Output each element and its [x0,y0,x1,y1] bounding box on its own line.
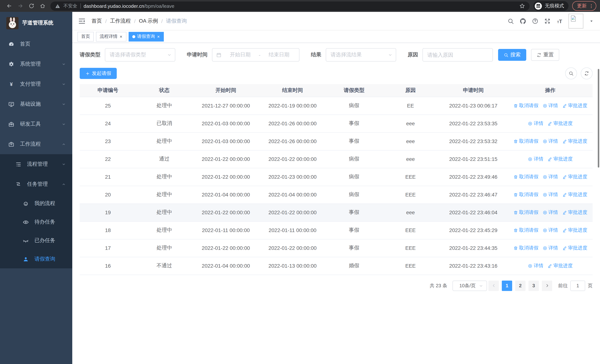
date-end-placeholder: 结束日期 [263,52,295,58]
reset-button[interactable]: 重置 [531,49,559,61]
breadcrumb-oa-example[interactable]: OA 示例 [139,18,158,24]
user-menu-caret-icon[interactable] [589,18,594,24]
browser-menu-icon[interactable] [589,3,594,9]
detail-leave-link[interactable]: 详情 [528,262,544,269]
table-row: 18处理中2022-01-11 00:00:002022-01-11 00:00… [80,221,593,239]
address-bar[interactable]: 不安全 dashboard.yudao.iocoder.cn/bpm/oa/le… [50,1,530,10]
sidebar-item-done-tasks[interactable]: 已办任务 [0,231,72,250]
tab-home[interactable]: 首页 [77,32,94,41]
header-search-icon[interactable] [507,18,514,24]
breadcrumb-home[interactable]: 首页 [92,18,102,24]
page-size-select[interactable]: 10条/页 [452,280,487,291]
sidebar-item-my-process[interactable]: 我的流程 [0,194,72,213]
cancel-leave-link[interactable]: 取消请假 [513,173,538,180]
page-3-button[interactable]: 3 [528,280,539,291]
detail-leave-link[interactable]: 详情 [528,120,544,127]
scrollbar-thumb[interactable] [598,69,599,168]
progress-leave-link[interactable]: 审批进度 [548,156,573,162]
tab-leave-query[interactable]: 请假查询 [129,32,164,41]
detail-leave-link[interactable]: 详情 [543,138,558,145]
detail-leave-link[interactable]: 详情 [528,156,544,162]
sidebar-item-infrastructure[interactable]: 基础设施 [0,94,72,114]
sidebar-item-task-mgmt[interactable]: 任务管理 [0,174,72,194]
cell-actions: 取消请假详情审批进度 [508,239,593,257]
browser-update-button[interactable]: 更新 [572,1,596,11]
apply-time-range-picker[interactable]: 开始日期 - 结束日期 [212,48,300,62]
detail-leave-link[interactable]: 详情 [543,102,558,109]
close-icon[interactable] [119,34,123,39]
browser-back-icon[interactable] [6,3,12,9]
search-button[interactable]: 搜索 [498,49,526,61]
cell-apply-time: 2022-01-22 23:46:04 [439,204,508,221]
close-icon[interactable] [157,34,160,39]
sidebar-item-workflow[interactable]: 工作流程 [0,134,72,154]
sidebar-item-process-mgmt[interactable]: 流程管理 [0,154,72,174]
app-title: 芋道管理系统 [22,20,53,26]
sidebar-item-system[interactable]: 系统管理 [0,54,72,74]
sidebar-item-home[interactable]: 首页 [0,34,72,54]
detail-leave-link[interactable]: 详情 [543,245,558,251]
action-label: 取消请假 [519,245,538,251]
progress-leave-link[interactable]: 审批进度 [562,209,587,216]
edit-icon [562,174,567,179]
cancel-leave-link[interactable]: 取消请假 [513,227,538,233]
progress-leave-link[interactable]: 审批进度 [548,262,573,269]
sidebar-item-payment[interactable]: ¥支付管理 [0,74,72,94]
progress-leave-link[interactable]: 审批进度 [562,173,587,180]
cancel-leave-link[interactable]: 取消请假 [513,245,538,251]
cancel-leave-link[interactable]: 取消请假 [513,138,538,145]
detail-leave-link[interactable]: 详情 [543,191,558,198]
detail-leave-link[interactable]: 详情 [543,209,558,216]
progress-leave-link[interactable]: 审批进度 [562,227,587,233]
refresh-table-button[interactable] [581,67,593,79]
page-2-button[interactable]: 2 [515,280,525,291]
font-size-icon[interactable]: TT [556,18,563,24]
browser-forward-icon[interactable] [18,3,23,9]
tab-process-detail[interactable]: 流程详情 [96,32,126,41]
fullscreen-icon[interactable] [544,18,551,24]
sidebar-item-leave-query[interactable]: 请假查询 [0,250,72,268]
not-secure-warning-icon[interactable] [55,3,60,9]
breadcrumb-workflow[interactable]: 工作流程 [110,18,131,24]
detail-leave-link[interactable]: 详情 [543,227,558,233]
action-label: 详情 [548,102,558,109]
page-1-button[interactable]: 1 [502,280,512,291]
sidebar-logo[interactable]: 芋道管理系统 [0,12,72,34]
cell-start-time: 2022-01-22 00:00:00 [193,239,259,257]
user-avatar[interactable] [569,14,583,28]
bookmark-star-icon[interactable] [519,3,525,9]
result-select[interactable]: 请选择流结果 [326,48,396,62]
chevron-left-icon [491,283,496,288]
progress-leave-link[interactable]: 审批进度 [562,102,587,109]
github-icon[interactable] [520,18,526,24]
prev-page-button[interactable] [488,280,499,291]
goto-page-input[interactable] [570,280,585,291]
progress-leave-link[interactable]: 审批进度 [548,120,573,127]
help-icon[interactable] [532,18,538,24]
progress-leave-link[interactable]: 审批进度 [562,245,587,251]
browser-reload-icon[interactable] [28,3,35,9]
reason-label: 原因 [408,52,418,58]
create-leave-button[interactable]: 发起请假 [80,68,117,79]
url-text[interactable]: dashboard.yudao.iocoder.cn/bpm/oa/leave [84,3,516,9]
page: 不安全 dashboard.yudao.iocoder.cn/bpm/oa/le… [0,0,600,364]
progress-leave-link[interactable]: 审批进度 [562,138,587,145]
edit-icon [548,157,552,161]
action-label: 审批进度 [568,191,587,198]
cancel-leave-link[interactable]: 取消请假 [513,209,538,216]
sidebar-collapse-icon[interactable] [78,17,86,25]
progress-leave-link[interactable]: 审批进度 [562,191,587,198]
next-page-button[interactable] [542,280,552,291]
sidebar-item-todo-tasks[interactable]: 待办任务 [0,213,72,231]
leave-type-select[interactable]: 请选择请假类型 [105,48,175,62]
show-search-button[interactable] [565,67,577,79]
goto-label: 前往 [558,282,568,289]
cell-apply-time: 2022-01-22 23:44:35 [439,239,508,257]
cancel-leave-link[interactable]: 取消请假 [513,102,538,109]
reason-input[interactable] [422,48,493,62]
browser-home-icon[interactable] [40,3,46,9]
sidebar-item-dev-tools[interactable]: 研发工具 [0,114,72,134]
detail-leave-link[interactable]: 详情 [543,173,558,180]
view-icon [543,139,547,144]
cancel-leave-link[interactable]: 取消请假 [513,191,538,198]
